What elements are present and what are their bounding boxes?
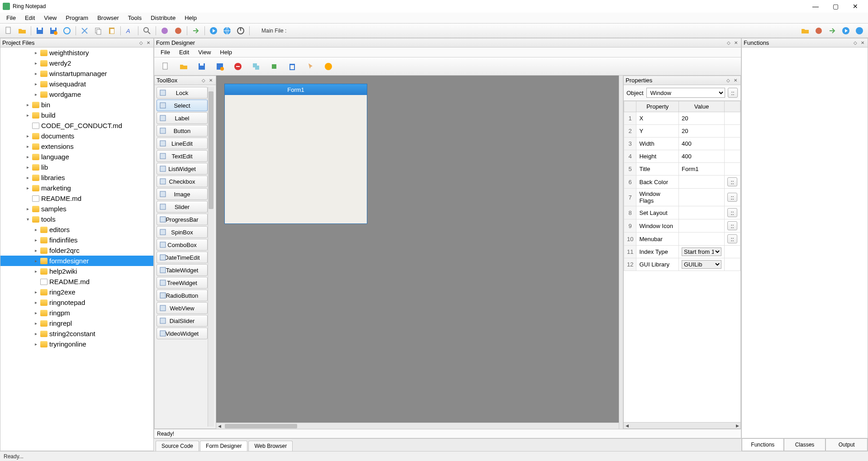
toolbox-button[interactable]: Button <box>157 125 208 137</box>
minimize-button[interactable]: — <box>806 0 825 13</box>
expander-icon[interactable]: ▸ <box>33 258 38 263</box>
property-value[interactable] <box>678 206 724 219</box>
designer-menu-help[interactable]: Help <box>215 48 237 57</box>
tree-node[interactable]: ▸formdesigner <box>0 256 153 266</box>
expander-icon[interactable]: ▸ <box>33 61 38 66</box>
help-icon[interactable] <box>322 60 335 73</box>
toolbox-tablewidget[interactable]: TableWidget <box>157 264 208 276</box>
tree-node[interactable]: ▸bin <box>0 100 153 110</box>
toolbox-image[interactable]: Image <box>157 188 208 200</box>
expander-icon[interactable]: ▾ <box>25 217 30 222</box>
expander-icon[interactable]: ▸ <box>25 154 30 159</box>
properties-table[interactable]: Property Value 1X202Y203Width4004Height4… <box>624 101 740 422</box>
paste-icon[interactable] <box>106 25 118 37</box>
toolbox-slider[interactable]: Slider <box>157 201 208 213</box>
expander-icon[interactable]: ▸ <box>25 102 30 107</box>
tab-functions[interactable]: Functions <box>742 438 784 451</box>
designer-canvas[interactable]: Form1 <box>216 76 619 423</box>
property-value[interactable]: GUILib <box>678 258 724 271</box>
expander-icon[interactable]: ▸ <box>33 300 38 305</box>
expander-icon[interactable]: ▸ <box>33 71 38 76</box>
new-form-icon[interactable] <box>159 60 172 73</box>
vertical-scrollbar[interactable] <box>619 76 623 429</box>
open-file-icon[interactable] <box>16 25 28 37</box>
functions-list[interactable] <box>742 48 868 438</box>
canvas-scrollbar[interactable]: ◀ <box>216 423 619 429</box>
bring-front-icon[interactable] <box>267 60 281 73</box>
toolbox-dialslider[interactable]: DialSlider <box>157 315 208 327</box>
arrow-right2-icon[interactable] <box>826 25 838 37</box>
property-value[interactable]: Start from 1 <box>678 246 724 258</box>
expander-icon[interactable]: ▸ <box>33 310 38 315</box>
toolbox-radiobutton[interactable]: RadioButton <box>157 290 208 301</box>
object-select[interactable]: Window <box>646 88 725 98</box>
arrow-right-icon[interactable] <box>190 25 202 37</box>
property-more-button[interactable]: :: <box>727 221 737 230</box>
tree-node[interactable]: ▸language <box>0 152 153 162</box>
tree-node[interactable]: ▸samples <box>0 204 153 214</box>
property-select[interactable]: GUILib <box>682 260 721 269</box>
tree-node[interactable]: ▸lib <box>0 162 153 172</box>
tree-node[interactable]: ▸wisequadrat <box>0 79 153 89</box>
toolbox-progressbar[interactable]: ProgressBar <box>157 214 208 225</box>
font-icon[interactable]: A <box>123 25 135 37</box>
toolbox-webview[interactable]: WebView <box>157 302 208 314</box>
expander-icon[interactable]: ▸ <box>33 81 38 86</box>
tab-output[interactable]: Output <box>825 438 868 451</box>
tree-node[interactable]: ▸documents <box>0 131 153 141</box>
save-icon[interactable] <box>34 25 46 37</box>
tree-node[interactable]: ▸weighthistory <box>0 48 153 58</box>
tree-node[interactable]: CODE_OF_CONDUCT.md <box>0 120 153 131</box>
tree-node[interactable]: ▸werdy2 <box>0 58 153 68</box>
play-icon[interactable] <box>208 25 219 37</box>
property-value[interactable]: Form1 <box>678 163 724 176</box>
project-tree[interactable]: ▸weighthistory▸werdy2▸winstartupmanager▸… <box>0 48 153 451</box>
property-more-button[interactable]: :: <box>727 234 737 243</box>
form-window[interactable]: Form1 <box>224 84 367 224</box>
tree-node[interactable]: ▸marketing <box>0 183 153 193</box>
tree-node[interactable]: ▸string2constant <box>0 328 153 339</box>
tree-node[interactable]: ▸wordgame <box>0 89 153 100</box>
open-form-icon[interactable] <box>177 60 190 73</box>
open-folder-icon[interactable] <box>799 25 811 37</box>
tree-node[interactable]: ▸editors <box>0 224 153 235</box>
property-select[interactable]: Start from 1 <box>682 247 721 256</box>
tree-node[interactable]: ▸build <box>0 110 153 120</box>
property-more-button[interactable]: :: <box>727 208 737 217</box>
gear-red-icon[interactable] <box>172 25 184 37</box>
close-button[interactable]: ✕ <box>845 0 865 13</box>
tree-node[interactable]: ▸extensions <box>0 141 153 152</box>
property-value[interactable]: 20 <box>678 112 724 125</box>
tree-node[interactable]: ▸help2wiki <box>0 266 153 276</box>
expander-icon[interactable]: ▸ <box>25 206 30 211</box>
panel-close-icon[interactable]: ✕ <box>208 77 214 84</box>
tree-node[interactable]: ▾tools <box>0 214 153 224</box>
refresh-icon[interactable] <box>61 25 73 37</box>
duplicate-icon[interactable] <box>249 60 263 73</box>
toolbox-videowidget[interactable]: VideoWidget <box>157 328 208 339</box>
panel-close-icon[interactable]: ✕ <box>145 40 152 46</box>
toolbox-select[interactable]: Select <box>157 100 208 111</box>
expander-icon[interactable]: ▸ <box>33 342 38 347</box>
maximize-button[interactable]: ▢ <box>825 0 845 13</box>
designer-menu-view[interactable]: View <box>194 48 215 57</box>
menu-distribute[interactable]: Distribute <box>146 13 180 23</box>
expander-icon[interactable]: ▸ <box>33 290 38 295</box>
expander-icon[interactable]: ▸ <box>33 238 38 242</box>
property-value[interactable] <box>678 189 724 206</box>
property-value[interactable]: 20 <box>678 125 724 138</box>
expander-icon[interactable]: ▸ <box>25 133 30 138</box>
cut-icon[interactable] <box>79 25 90 37</box>
expander-icon[interactable]: ▸ <box>25 113 30 118</box>
tree-node[interactable]: ▸libraries <box>0 172 153 183</box>
panel-close-icon[interactable]: ✕ <box>733 40 739 46</box>
expander-icon[interactable]: ▸ <box>33 269 38 274</box>
expander-icon[interactable]: ▸ <box>25 185 30 190</box>
menu-edit[interactable]: Edit <box>20 13 39 23</box>
menu-file[interactable]: File <box>2 13 20 23</box>
designer-menu-edit[interactable]: Edit <box>175 48 194 57</box>
expander-icon[interactable]: ▸ <box>33 92 38 97</box>
save-form-as-icon[interactable] <box>213 60 227 73</box>
menu-help[interactable]: Help <box>180 13 201 23</box>
delete-icon[interactable] <box>231 60 245 73</box>
